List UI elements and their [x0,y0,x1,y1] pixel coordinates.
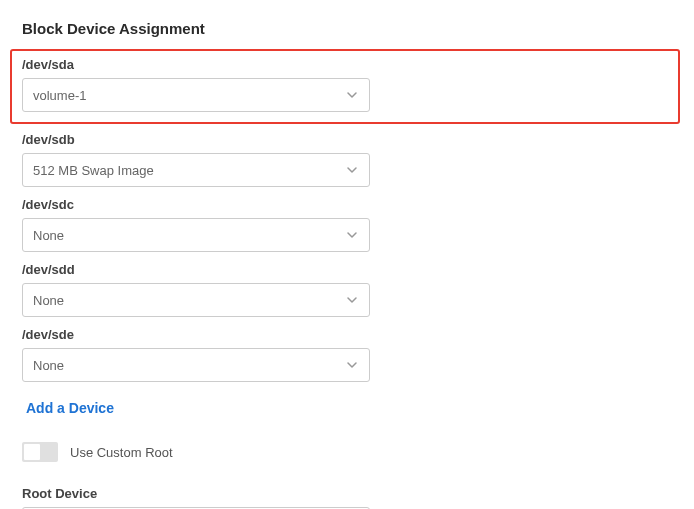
device-select-sdd[interactable]: None [22,283,370,317]
select-value: volume-1 [33,88,86,103]
section-title: Block Device Assignment [22,20,672,37]
device-field-sdd: /dev/sdd None [22,262,672,317]
device-field-sda: /dev/sda volume-1 [22,57,668,112]
select-value: None [33,293,64,308]
add-device-button[interactable]: Add a Device [22,394,118,422]
device-label: /dev/sda [22,57,668,72]
select-value: None [33,358,64,373]
select-display: None [22,283,370,317]
add-device-row: Add a Device [22,394,672,422]
device-label: /dev/sdd [22,262,672,277]
select-display: volume-1 [22,78,370,112]
select-value: 512 MB Swap Image [33,163,154,178]
highlighted-device-group: /dev/sda volume-1 [10,49,680,124]
device-field-sdc: /dev/sdc None [22,197,672,252]
device-field-sde: /dev/sde None [22,327,672,382]
select-display: 512 MB Swap Image [22,153,370,187]
select-display: None [22,348,370,382]
custom-root-label: Use Custom Root [70,445,173,460]
device-select-sdc[interactable]: None [22,218,370,252]
device-label: /dev/sdc [22,197,672,212]
device-select-sdb[interactable]: 512 MB Swap Image [22,153,370,187]
device-label: /dev/sdb [22,132,672,147]
select-value: None [33,228,64,243]
custom-root-toggle[interactable] [22,442,58,462]
device-select-sde[interactable]: None [22,348,370,382]
custom-root-row: Use Custom Root [22,442,672,462]
root-device-field: Root Device /dev/sda [22,486,672,509]
select-display: None [22,218,370,252]
root-device-label: Root Device [22,486,672,501]
toggle-knob [24,444,40,460]
device-field-sdb: /dev/sdb 512 MB Swap Image [22,132,672,187]
device-select-sda[interactable]: volume-1 [22,78,370,112]
device-label: /dev/sde [22,327,672,342]
